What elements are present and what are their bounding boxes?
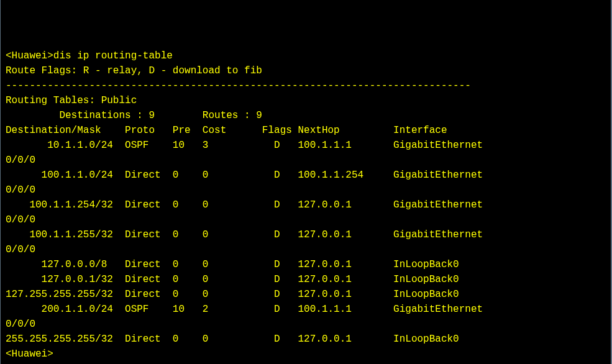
table-row: 200.1.1.0/24 OSPF 10 2 D 100.1.1.1 Gigab… [6,302,606,317]
command-text: dis ip routing-table [53,50,173,61]
destinations-count-line: Destinations : 9 Routes : 9 [6,108,606,123]
end-prompt[interactable]: <Huawei> [6,347,606,362]
table-header: Destination/Mask Proto Pre Cost Flags Ne… [6,123,606,138]
table-row: 100.1.1.254/32 Direct 0 0 D 127.0.0.1 Gi… [6,198,606,212]
table-row: 255.255.255.255/32 Direct 0 0 D 127.0.0.… [6,332,606,347]
table-row-wrap: 0/0/0 [6,317,606,332]
table-row: 127.255.255.255/32 Direct 0 0 D 127.0.0.… [6,287,606,302]
prompt-prefix: <Huawei> [6,50,53,61]
table-row-wrap: 0/0/0 [6,212,606,227]
route-flags-line: Route Flags: R - relay, D - download to … [6,63,606,78]
prompt-line[interactable]: <Huawei>dis ip routing-table [6,48,606,63]
table-row-wrap: 0/0/0 [6,183,606,198]
table-row: 10.1.1.0/24 OSPF 10 3 D 100.1.1.1 Gigabi… [6,138,606,153]
routing-tables-line: Routing Tables: Public [6,93,606,108]
separator-line: ----------------------------------------… [6,78,606,93]
table-row: 127.0.0.1/32 Direct 0 0 D 127.0.0.1 InLo… [6,272,606,287]
table-row: 127.0.0.0/8 Direct 0 0 D 127.0.0.1 InLoo… [6,257,606,272]
table-row-wrap: 0/0/0 [6,242,606,257]
table-row-wrap: 0/0/0 [6,153,606,168]
table-row: 100.1.1.255/32 Direct 0 0 D 127.0.0.1 Gi… [6,227,606,242]
table-row: 100.1.1.0/24 Direct 0 0 D 100.1.1.254 Gi… [6,168,606,183]
